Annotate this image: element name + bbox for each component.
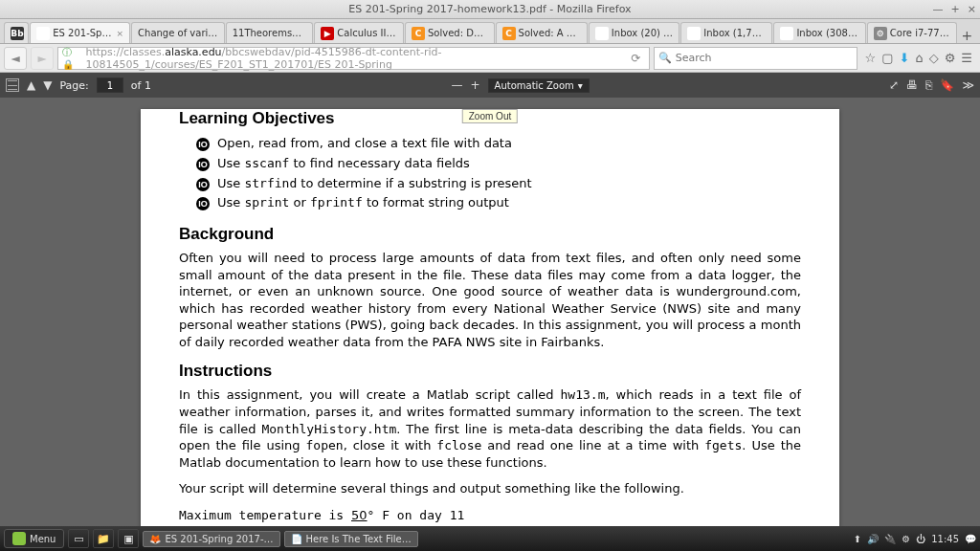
list-item: IOUse strfind to determine if a substrin… [196,174,801,194]
close-icon[interactable]: × [117,29,124,38]
tab-strip: Bb zyES 201-Sprin…× Change of variab… 11… [0,19,980,44]
tab-blackboard[interactable]: Bb [4,22,29,43]
zoom-out-button[interactable]: — [451,78,462,92]
tray-power-icon[interactable]: ⏻ [916,534,925,544]
tab-inbox-1741[interactable]: MInbox (1,741)… [680,22,772,43]
pdf-viewport[interactable]: Zoom Out Learning Objectives IOOpen, rea… [0,98,980,526]
gmail-icon: M [595,27,609,40]
tab-inbox-308[interactable]: MInbox (308) - … [773,22,865,43]
bookmark-button[interactable]: 🔖 [940,78,954,92]
zoom-tooltip: Zoom Out [462,109,518,123]
background-text: Often you will need to process large amo… [179,250,801,350]
os-taskbar: Menu ▭ 📁 ▣ 🦊ES 201-Spring 2017-… 📄Here I… [0,526,980,551]
tab-inbox-20[interactable]: MInbox (20) - s… [589,22,679,43]
tray-notifications-icon[interactable]: 💬 [965,534,976,544]
instructions-text-2: Your script will determine several thing… [179,480,801,497]
nav-toolbar: ◄ ► ⓘ 🔒 https://classes.alaska.edu/bbcsw… [0,44,980,73]
sample-output-1: Maximum temperature is 50° F on day 11 [179,507,801,524]
pdf-page: Zoom Out Learning Objectives IOOpen, rea… [141,109,839,526]
zybooks-icon: zy [36,27,50,40]
zoom-select[interactable]: Automatic Zoom▾ [488,78,590,93]
tray-icon[interactable]: ⬆ [854,534,861,544]
zoom-in-button[interactable]: + [470,78,479,92]
gear-icon: ⚙ [874,27,887,40]
url-bar[interactable]: ⓘ 🔒 https://classes.alaska.edu/bbcswebda… [57,47,650,70]
start-menu-button[interactable]: Menu [4,529,64,548]
tray-settings-icon[interactable]: ⚙ [902,534,910,544]
pdf-toolbar: ▲ ▼ Page: of 1 — + Automatic Zoom▾ ⤢ 🖶 ⎘… [0,73,980,98]
page-label: Page: [59,79,88,92]
more-button[interactable]: ≫ [962,78,974,92]
page-down-button[interactable]: ▼ [43,78,52,92]
menu-icon[interactable]: ☰ [961,51,972,65]
tab-11theorems[interactable]: 11TheoremsofV… [226,22,314,43]
search-icon: 🔍 [658,52,672,64]
tab-es201[interactable]: zyES 201-Sprin…× [30,22,130,43]
search-box[interactable]: 🔍 [654,47,858,70]
blackboard-icon: Bb [11,27,24,40]
list-item: IOOpen, read from, and close a text file… [196,134,801,154]
gmail-icon: M [687,27,701,40]
tab-change-of-variab[interactable]: Change of variab… [131,22,225,43]
tray-battery-icon[interactable]: 🔌 [884,534,896,544]
page-up-button[interactable]: ▲ [27,78,35,92]
tab-calculus-iii[interactable]: ▶Calculus III C… [314,22,404,43]
downloads-icon[interactable]: ⬇ [900,51,910,65]
new-tab-button[interactable]: + [958,28,976,43]
addons-icon[interactable]: ⚙ [945,51,956,65]
home-icon[interactable]: ⌂ [915,51,923,65]
window-title: ES 201-Spring 2017-homework13.pdf - Mozi… [348,3,631,15]
chegg-icon: C [412,27,425,40]
search-input[interactable] [676,52,853,64]
list-item: IOUse sscanf to find necessary data fiel… [196,154,801,174]
back-button[interactable]: ◄ [4,47,27,70]
pocket-icon[interactable]: ▢ [881,51,893,65]
reload-button[interactable]: ⟳ [628,52,645,65]
page-input[interactable] [97,77,123,93]
show-desktop-button[interactable]: ▭ [68,529,89,548]
terminal-button[interactable]: ▣ [118,529,139,548]
print-button[interactable]: 🖶 [906,78,918,92]
tray-clock[interactable]: 11:45 [931,534,959,544]
system-tray: ⬆ 🔊 🔌 ⚙ ⏻ 11:45 💬 [854,534,976,544]
tab-solved-cyli[interactable]: CSolved: A cyli… [496,22,588,43]
objectives-list: IOOpen, read from, and close a text file… [179,134,801,213]
instructions-text: In this assignment, you will create a Ma… [179,386,801,471]
heading-background: Background [179,225,801,244]
taskbar-item-textfile[interactable]: 📄Here Is The Text File… [284,531,418,547]
tray-volume-icon[interactable]: 🔊 [867,534,879,544]
tab-solved-dete[interactable]: CSolved: Dete… [405,22,495,43]
lock-icon: ⓘ 🔒 [62,46,81,70]
heading-instructions: Instructions [179,362,801,381]
file-manager-button[interactable]: 📁 [93,529,114,548]
tab-core-i7[interactable]: ⚙Core i7-7700… [867,22,957,43]
chevron-down-icon: ▾ [578,80,583,91]
star-icon[interactable]: ☆ [865,51,877,65]
open-button[interactable]: ⎘ [925,78,932,92]
window-maximize[interactable]: + [951,3,960,15]
window-minimize[interactable]: — [933,3,944,15]
youtube-icon: ▶ [321,27,334,40]
taskbar-item-firefox[interactable]: 🦊ES 201-Spring 2017-… [143,531,279,547]
gmail-icon: M [780,27,793,40]
page-count: of 1 [131,79,151,92]
list-item: IOUse sprint or fprintf to format string… [196,193,801,213]
mint-logo-icon [12,532,26,545]
sync-icon[interactable]: ◇ [929,51,939,65]
fullscreen-button[interactable]: ⤢ [889,78,899,92]
chegg-icon: C [502,27,516,40]
forward-button: ► [31,47,54,70]
sidebar-toggle[interactable] [6,78,19,92]
window-titlebar: ES 201-Spring 2017-homework13.pdf - Mozi… [0,0,980,19]
window-close[interactable]: × [968,3,976,15]
